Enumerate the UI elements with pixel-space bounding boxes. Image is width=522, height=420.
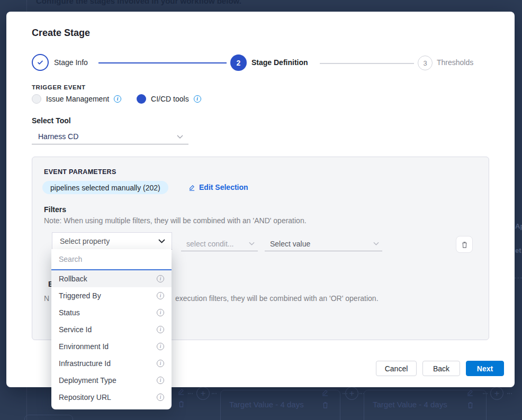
- tool-select[interactable]: Harness CD: [32, 129, 188, 144]
- add-stage-icon: +: [345, 387, 358, 400]
- option-label: Rollback: [59, 275, 87, 283]
- page-title: Create Stage: [32, 28, 90, 39]
- step-number-upcoming[interactable]: 3: [418, 56, 433, 70]
- background-connector: [507, 393, 512, 394]
- dropdown-option-service-id[interactable]: Service Id i: [51, 321, 172, 338]
- trigger-event-label: TRIGGER EVENT: [32, 84, 86, 90]
- step-label-stage-definition[interactable]: Stage Definition: [251, 58, 308, 67]
- trigger-event-options: Issue Management i CI/CD tools i: [32, 94, 201, 104]
- option-label: Repository URL: [59, 393, 111, 401]
- info-icon[interactable]: i: [157, 377, 164, 384]
- info-icon[interactable]: i: [157, 326, 164, 333]
- stage-card-title: Target Value - 4 days: [373, 400, 447, 409]
- radio-issue-management[interactable]: [32, 94, 41, 104]
- execution-filters-note-fragment: execution filters, they will be combined…: [175, 294, 379, 303]
- option-label: Triggered By: [59, 291, 101, 300]
- background-connector: [515, 278, 522, 278]
- chevron-down-icon: [249, 242, 255, 245]
- dropdown-option-deployment-type[interactable]: Deployment Type i: [51, 372, 172, 389]
- stage-card-title: Target Value - 4 days: [229, 400, 304, 409]
- stepper-connector: [320, 63, 414, 64]
- add-stage-icon: +: [196, 387, 210, 400]
- stepper-connector: [98, 62, 227, 63]
- filters-heading: Filters: [44, 205, 66, 214]
- delete-filter-button[interactable]: [456, 236, 473, 253]
- chevron-down-icon: [158, 239, 165, 243]
- trash-icon: [461, 241, 468, 249]
- option-label: Environment Id: [59, 342, 109, 351]
- tool-select-value: Harness CD: [38, 132, 78, 141]
- background-stage-card: Target Value - 4 days: [220, 390, 340, 420]
- background-stage-card: Target Value - 4 days: [364, 390, 487, 420]
- cancel-button[interactable]: Cancel: [376, 361, 417, 376]
- dropdown-option-repository-url[interactable]: Repository URL i: [51, 389, 172, 406]
- chevron-down-icon: [373, 242, 379, 245]
- trash-icon: [178, 400, 185, 408]
- modal-footer: Cancel Back Next: [376, 361, 504, 376]
- edit-selection-link[interactable]: Edit Selection: [188, 183, 248, 191]
- radio-label: Issue Management: [46, 95, 109, 103]
- back-button[interactable]: Back: [422, 361, 460, 376]
- background-connector: [188, 393, 193, 394]
- info-icon[interactable]: i: [157, 309, 164, 316]
- condition-select-placeholder: select condit...: [186, 240, 234, 248]
- background-connector: [483, 393, 488, 394]
- radio-cicd-tools[interactable]: [137, 94, 146, 104]
- step-label-thresholds[interactable]: Thresholds: [437, 58, 473, 67]
- trash-icon: [322, 401, 329, 409]
- edit-pencil-icon: [321, 389, 329, 396]
- selection-pill: pipelines selected manually (202): [42, 181, 168, 194]
- radio-label: CI/CD tools: [151, 95, 189, 103]
- property-select[interactable]: Select property: [52, 232, 172, 250]
- info-icon[interactable]: i: [157, 360, 164, 367]
- step-completed-icon[interactable]: [32, 54, 49, 71]
- next-button[interactable]: Next: [466, 361, 504, 376]
- option-label: Infrastructure Id: [59, 359, 111, 368]
- step-label-stage-info[interactable]: Stage Info: [54, 58, 88, 67]
- edit-pencil-icon: [177, 388, 185, 395]
- option-label: Status: [59, 308, 80, 317]
- background-divider: [26, 0, 27, 12]
- info-icon[interactable]: i: [157, 275, 164, 282]
- edit-pencil-icon: [466, 389, 474, 396]
- background-card-fragment: [24, 415, 73, 420]
- app-background: Configure the stages involved in your wo…: [0, 0, 522, 420]
- dropdown-option-infrastructure-id[interactable]: Infrastructure Id i: [51, 355, 172, 372]
- info-icon[interactable]: i: [114, 95, 121, 103]
- background-card-actions: [177, 388, 185, 408]
- add-stage-icon: +: [490, 387, 503, 400]
- info-icon[interactable]: i: [157, 394, 164, 401]
- edit-pencil-icon: [188, 184, 195, 191]
- trash-icon: [467, 401, 474, 409]
- execution-filters-note-fragment: N: [44, 294, 49, 303]
- info-icon[interactable]: i: [194, 95, 201, 103]
- condition-select[interactable]: select condit...: [181, 236, 258, 251]
- property-select-placeholder: Select property: [60, 237, 110, 245]
- option-label: Deployment Type: [59, 376, 116, 385]
- background-card-actions: [321, 389, 329, 409]
- info-icon[interactable]: i: [157, 292, 164, 299]
- value-select[interactable]: Select value: [265, 236, 382, 251]
- search-input[interactable]: [51, 255, 172, 263]
- info-icon[interactable]: i: [157, 343, 164, 350]
- chevron-down-icon: [177, 135, 183, 139]
- step-number-active[interactable]: 2: [230, 54, 247, 71]
- background-card-actions: [466, 389, 474, 409]
- dropdown-search: [51, 249, 172, 270]
- dropdown-option-status[interactable]: Status i: [51, 304, 172, 321]
- select-tool-label: Select Tool: [32, 116, 71, 125]
- dropdown-option-environment-id[interactable]: Environment Id i: [51, 338, 172, 355]
- option-label: Service Id: [59, 325, 92, 334]
- filters-note: Note: When using multiple filters, they …: [44, 216, 307, 225]
- dropdown-option-rollback[interactable]: Rollback i: [51, 270, 172, 287]
- create-stage-modal: Create Stage Stage Info 2 Stage Definiti…: [6, 12, 515, 387]
- dropdown-option-triggered-by[interactable]: Triggered By i: [51, 287, 172, 304]
- edit-selection-label: Edit Selection: [199, 183, 248, 191]
- check-icon: [36, 58, 44, 67]
- background-banner-text: Configure the stages involved in your wo…: [36, 0, 241, 5]
- background-connector: [212, 393, 217, 394]
- value-select-placeholder: Select value: [270, 240, 310, 248]
- event-parameters-heading: EVENT PARAMETERS: [44, 168, 116, 176]
- property-dropdown-menu: Rollback i Triggered By i Status i Servi…: [51, 249, 172, 409]
- background-text-fragment: Ap: [515, 222, 522, 230]
